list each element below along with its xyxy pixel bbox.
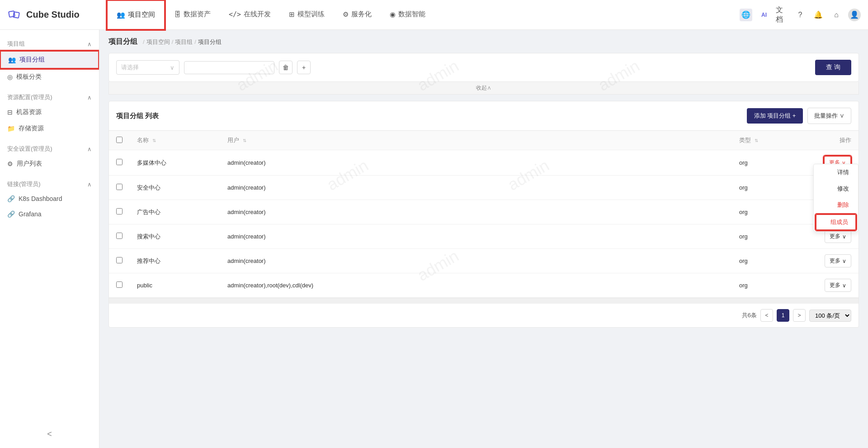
translate-icon[interactable]: 🌐 [740,9,752,21]
collapse-label: 收起∧ [476,84,491,92]
table-row: public admin(creator),root(dev),cdl(dev)… [109,273,859,298]
row-6-more-button[interactable]: 更多 ∨ [825,279,851,292]
nav-label-data-intelligence: 数据智能 [398,10,425,19]
collapse-bar[interactable]: 收起∧ [108,82,859,95]
nav-item-data-intelligence[interactable]: ◉ 数据智能 [381,0,434,30]
online-dev-icon: </> [229,10,241,19]
horizontal-scrollbar[interactable] [109,298,859,303]
sidebar-label-grafana: Grafana [19,210,42,218]
sidebar-collapse-button[interactable]: < [0,429,99,439]
dropdown-menu: 详情 修改 删除 组成员 [813,164,859,232]
row-6-action-cell: 更多 ∨ [804,273,859,298]
nav-item-model-train[interactable]: ⊞ 模型训练 [280,0,334,30]
row-5-checkbox[interactable] [116,257,123,263]
breadcrumb-part-2: 项目组 [175,38,193,46]
dropdown-delete[interactable]: 删除 [814,197,858,213]
delete-filter-button[interactable]: 🗑 [279,61,292,74]
row-3-type: org [739,209,748,215]
collapse-security-icon[interactable]: ∧ [87,146,92,153]
sidebar-item-grafana[interactable]: 🔗 Grafana [0,206,99,222]
type-sort-icon[interactable]: ⇅ [755,138,758,143]
docs-icon[interactable]: 文档 [776,9,788,21]
row-2-checkbox[interactable] [116,184,123,190]
row-6-checkbox[interactable] [116,281,123,288]
sidebar-label-storage-resource: 存储资源 [19,124,44,133]
filter-input[interactable] [184,61,274,74]
select-all-checkbox[interactable] [116,137,123,143]
sidebar-label-project-subgroup: 项目分组 [19,56,45,64]
row-6-user-cell: admin(creator),root(dev),cdl(dev) [220,273,732,298]
user-sort-icon[interactable]: ⇅ [243,138,246,143]
query-button[interactable]: 查 询 [815,60,851,75]
more-chevron-icon-5: ∨ [842,258,846,264]
breadcrumb-part-3: 项目分组 [198,38,222,46]
next-page-button[interactable]: > [793,309,806,322]
row-4-checkbox[interactable] [116,233,123,239]
row-5-type: org [739,257,748,264]
row-5-more-button[interactable]: 更多 ∨ [825,254,851,267]
row-6-check-cell [109,273,130,298]
trash-icon: 🗑 [283,64,289,71]
app-title: Cube Studio [26,10,80,20]
ai-icon[interactable]: AI [758,9,770,21]
page-1-button[interactable]: 1 [777,309,789,322]
sidebar-item-machine-resource[interactable]: ⊟ 机器资源 [0,104,99,120]
row-5-user: admin(creator) [227,257,266,264]
page-size-selector[interactable]: 100 条/页 50 条/页 20 条/页 [809,310,851,322]
nav-item-data-assets[interactable]: 🗄 数据资产 [165,0,220,30]
row-3-checkbox[interactable] [116,208,123,214]
user-list-icon: ⚙ [7,160,13,167]
breadcrumb-sep-3: / [194,38,196,45]
table-section: 项目分组 列表 添加 项目分组 + 批量操作 ∨ 名称 [108,101,859,328]
svg-rect-1 [13,12,19,18]
collapse-project-group-icon[interactable]: ∧ [87,41,92,48]
top-navigation: Cube Studio 👥 项目空间 🗄 数据资产 </> 在线开发 ⊞ 模型训… [0,0,868,30]
sidebar-item-storage-resource[interactable]: 📁 存储资源 [0,120,99,137]
notification-icon[interactable]: 🔔 [812,9,825,21]
batch-operations-button[interactable]: 批量操作 ∨ [807,108,851,124]
name-sort-icon[interactable]: ⇅ [152,138,156,143]
row-3-name-cell: 广告中心 [130,200,220,224]
project-subgroup-icon: 👥 [8,56,16,63]
sidebar-item-user-list[interactable]: ⚙ 用户列表 [0,156,99,172]
logo-area: Cube Studio [7,8,107,22]
sidebar-item-project-subgroup[interactable]: 👥 项目分组 [0,51,99,69]
help-icon[interactable]: ? [794,9,807,21]
row-1-checkbox[interactable] [116,159,123,165]
nav-item-project-space[interactable]: 👥 项目空间 [107,0,165,30]
user-avatar[interactable]: 👤 [848,9,861,21]
nav-item-service[interactable]: ⚙ 服务化 [334,0,381,30]
filter-bar: 请选择 ∨ 🗑 + 查 询 [108,53,859,82]
current-page-number: 1 [782,312,785,319]
grafana-link-icon: 🔗 [7,210,15,218]
row-3-type-cell: org [732,200,804,224]
sidebar-item-k8s-dashboard[interactable]: 🔗 K8s Dashboard [0,191,99,206]
breadcrumb: 项目分组 / 项目空间 / 项目组 / 项目分组 [108,37,859,47]
row-4-more-button[interactable]: 更多 ∨ [825,230,851,243]
row-2-type-cell: org [732,176,804,200]
row-4-type-cell: org [732,224,804,249]
nav-item-online-dev[interactable]: </> 在线开发 [220,0,280,30]
add-project-group-button[interactable]: 添加 项目分组 + [747,108,803,124]
collapse-resource-config-icon[interactable]: ∧ [87,94,92,101]
dropdown-edit[interactable]: 修改 [814,181,858,197]
filter-select[interactable]: 请选择 ∨ [116,60,179,75]
table-scroll: 名称 ⇅ 用户 ⇅ 类型 ⇅ [109,131,859,303]
add-filter-button[interactable]: + [297,61,311,74]
sidebar-item-template-category[interactable]: ◎ 模板分类 [0,69,99,85]
filter-select-placeholder: 请选择 [121,63,139,71]
collapse-links-icon[interactable]: ∧ [87,181,92,188]
prev-page-button[interactable]: < [760,309,773,322]
dropdown-members[interactable]: 组成员 [816,214,856,230]
row-3-user-cell: admin(creator) [220,200,732,224]
github-icon[interactable]: ⌂ [830,9,843,21]
row-2-user-cell: admin(creator) [220,176,732,200]
row-1-name: 多媒体中心 [137,159,166,166]
sidebar-label-user-list: 用户列表 [17,160,42,168]
storage-resource-icon: 📁 [7,125,15,132]
table-row: 安全中心 admin(creator) org 更多 [109,176,859,200]
sidebar-collapse-icon: < [47,429,52,439]
col-header-type: 类型 ⇅ [732,131,804,150]
dropdown-detail[interactable]: 详情 [814,164,858,181]
row-4-check-cell [109,224,130,249]
